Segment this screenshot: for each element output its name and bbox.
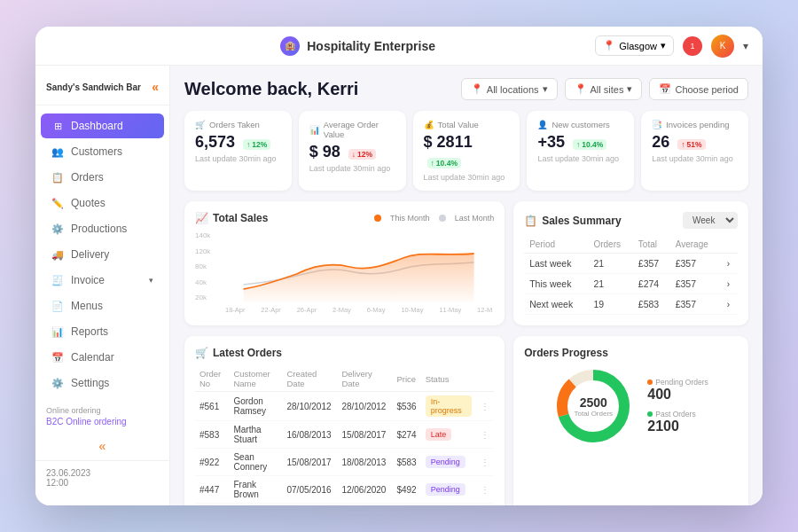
progress-stats: Pending Orders 400 Past Orders 2100: [647, 378, 708, 434]
sales-summary-card: 📋 Sales Summary Week Month Period Or: [513, 201, 748, 325]
sidebar-item-delivery[interactable]: 🚚 Delivery: [41, 242, 164, 267]
user-avatar[interactable]: K: [711, 35, 734, 58]
brand-name: Sandy's Sandwich Bar: [46, 82, 141, 93]
kpi-new-customers: 👤 New customers +35 ↑ 10.4% Last update …: [527, 111, 634, 191]
quotes-icon: ✏️: [51, 197, 64, 209]
donut-chart: 2500 Total Orders: [553, 366, 633, 446]
nav-label-settings: Settings: [71, 377, 109, 389]
orders-progress-card: Orders Progress: [513, 336, 748, 505]
bottom-row: 🛒 Latest Orders Order No Customer Name C…: [184, 336, 748, 505]
brand-header: Sandy's Sandwich Bar «: [35, 76, 169, 106]
orders-icon: 📋: [51, 171, 64, 184]
chevron-down-icon: ▾: [543, 83, 548, 95]
topbar: 🏨 Hospitality Enterprise 📍 Glasgow ▾ 1 K…: [35, 27, 763, 66]
sidebar-item-productions[interactable]: ⚙️ Productions: [41, 216, 164, 241]
row-menu[interactable]: ⋮: [476, 476, 494, 504]
invoices-pending-icon: 📑: [652, 120, 662, 129]
b2c-link[interactable]: B2C Online ordering: [46, 417, 127, 426]
main-layout: Sandy's Sandwich Bar « ⊞ Dashboard 👥 Cus…: [35, 66, 763, 505]
sidebar-item-settings[interactable]: ⚙️ Settings: [41, 371, 164, 395]
nav-label-invoice: Invoice: [71, 274, 105, 286]
collapse-button[interactable]: «: [152, 80, 159, 94]
user-menu-arrow[interactable]: ▾: [743, 40, 748, 52]
page-title: Welcome back, Kerri: [184, 79, 358, 99]
pending-orders-stat: Pending Orders 400: [647, 378, 708, 403]
col-action: [722, 236, 738, 254]
sidebar: Sandy's Sandwich Bar « ⊞ Dashboard 👥 Cus…: [35, 66, 170, 505]
content-header: Welcome back, Kerri 📍 All locations ▾ 📍 …: [184, 78, 748, 100]
sites-filter[interactable]: 📍 All sites ▾: [565, 78, 643, 100]
sidebar-item-orders[interactable]: 📋 Orders: [41, 165, 164, 190]
sales-chart-svg: [223, 231, 494, 302]
chevron-down-icon: ▾: [661, 40, 666, 51]
this-month-dot: [374, 215, 381, 222]
sidebar-item-menus[interactable]: 📄 Menus: [41, 293, 164, 318]
customers-icon: 👥: [51, 145, 64, 158]
location-pin-icon: 📍: [471, 83, 483, 95]
orders-table: Order No Customer Name Created Date Deli…: [195, 366, 494, 505]
summary-title: Sales Summary: [542, 215, 621, 227]
main-window: 🏨 Hospitality Enterprise 📍 Glasgow ▾ 1 K…: [35, 27, 763, 505]
location-label: Glasgow: [619, 41, 657, 51]
row-chevron[interactable]: ›: [722, 274, 738, 294]
invoice-arrow: ▾: [149, 276, 153, 285]
sidebar-item-reports[interactable]: 📊 Reports: [41, 319, 164, 344]
period-select[interactable]: Week Month: [683, 212, 738, 229]
nav-label-delivery: Delivery: [71, 248, 109, 261]
last-month-dot: [439, 215, 446, 222]
orders-taken-badge: ↑ 12%: [243, 139, 270, 150]
chart-legend: This Month Last Month: [374, 214, 494, 223]
table-row: #583 Martha Stuart 16/08/2013 15/08/2017…: [195, 421, 494, 449]
invoices-pending-badge: ↑ 51%: [677, 139, 705, 150]
orders-taken-icon: 🛒: [195, 120, 206, 129]
dashboard-icon: ⊞: [51, 120, 64, 132]
sidebar-item-calendar[interactable]: 📅 Calendar: [41, 345, 164, 370]
row-menu[interactable]: ⋮: [476, 392, 494, 421]
sidebar-item-customers[interactable]: 👥 Customers: [41, 139, 164, 164]
sidebar-item-quotes[interactable]: ✏️ Quotes: [41, 191, 164, 215]
location-icon: 📍: [603, 40, 615, 51]
row-menu[interactable]: ⋮: [476, 421, 494, 449]
main-content: Welcome back, Kerri 📍 All locations ▾ 📍 …: [170, 66, 763, 505]
period-filter[interactable]: 📅 Choose period: [649, 78, 748, 100]
notification-badge[interactable]: 1: [683, 36, 702, 56]
orders-col-no: Order No: [195, 366, 229, 392]
row-menu[interactable]: ⋮: [476, 449, 494, 476]
locations-filter[interactable]: 📍 All locations ▾: [461, 78, 558, 100]
row-chevron[interactable]: ›: [722, 294, 738, 315]
orders-col-name: Customer Name: [229, 366, 282, 392]
sidebar-item-dashboard[interactable]: ⊞ Dashboard: [41, 113, 164, 138]
row-menu[interactable]: ⋮: [476, 504, 494, 506]
col-period: Period: [524, 236, 588, 254]
nav-label-productions: Productions: [71, 223, 127, 235]
total-value-icon: 💰: [424, 120, 434, 129]
col-average: Average: [670, 236, 722, 254]
sidebar-footer: 23.06.2023 12:00: [35, 460, 169, 495]
table-row: #130 Kerri Frew 28/10/2012 18/09/2016 $4…: [195, 504, 494, 506]
sidebar-nav: ⊞ Dashboard 👥 Customers 📋 Orders ✏️ Quot…: [35, 113, 169, 401]
chart-area: 140k120k80k40k20k: [195, 231, 494, 314]
orders-col-created: Created Date: [283, 366, 338, 392]
orders-col-price: Price: [392, 366, 420, 392]
sidebar-collapse-bottom[interactable]: «: [35, 432, 169, 460]
sidebar-item-invoice[interactable]: 🧾 Invoice ▾: [41, 268, 164, 293]
orders-col-delivery: Delivery Date: [337, 366, 392, 392]
progress-title: Orders Progress: [524, 347, 608, 359]
donut-center: 2500 Total Orders: [575, 395, 614, 418]
y-axis: 140k120k80k40k20k: [195, 231, 220, 314]
nav-label-orders: Orders: [71, 171, 104, 184]
delivery-icon: 🚚: [51, 248, 64, 261]
row-chevron[interactable]: ›: [722, 254, 738, 274]
sales-table-row: Last week 21 £357 £357 ›: [524, 254, 738, 274]
x-axis: 18-Apr22-Apr26-Apr2-May6-May10-May11-May…: [223, 306, 494, 314]
sales-table-row: Next week 19 £583 £357 ›: [524, 294, 738, 315]
filter-row: 📍 All locations ▾ 📍 All sites ▾ 📅 Choose…: [461, 78, 748, 100]
past-orders-stat: Past Orders 2100: [647, 410, 708, 434]
topbar-center: 🏨 Hospitality Enterprise: [280, 36, 435, 56]
donut-wrap: 2500 Total Orders Pending Orders 400: [524, 366, 738, 446]
nav-label-reports: Reports: [71, 325, 108, 338]
status-badge: In-progress: [426, 395, 472, 417]
location-selector[interactable]: 📍 Glasgow ▾: [595, 35, 674, 56]
chevron-down-icon: ▾: [627, 83, 632, 95]
col-orders: Orders: [588, 236, 632, 254]
